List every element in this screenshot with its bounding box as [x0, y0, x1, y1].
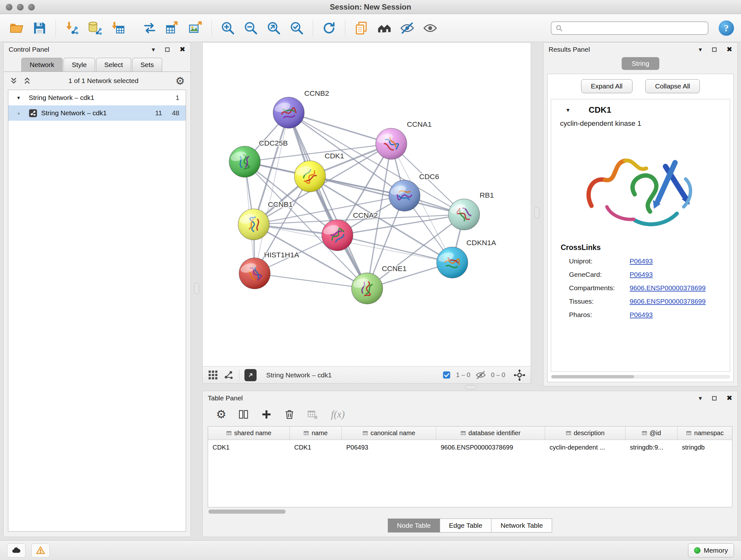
tab-network-table[interactable]: Network Table — [491, 518, 552, 533]
network-collection-row[interactable]: ▾ String Network – cdk1 1 — [8, 90, 186, 105]
delete-table-icon-disabled — [307, 409, 318, 420]
tab-sets[interactable]: Sets — [132, 58, 162, 71]
scrollbar-thumb[interactable] — [551, 375, 634, 378]
network-node-cdc6[interactable]: CDC6 — [389, 172, 439, 211]
panel-close-icon[interactable]: ✖ — [727, 46, 732, 53]
crosslink-label: Pharos: — [569, 311, 630, 319]
network-edge[interactable] — [310, 176, 464, 214]
panel-close-icon[interactable]: ✖ — [180, 46, 185, 53]
splitter-handle[interactable] — [534, 207, 539, 219]
copy-document-button[interactable] — [352, 18, 371, 38]
grid-view-icon[interactable] — [208, 370, 218, 380]
show-elements-button[interactable] — [421, 18, 440, 38]
panel-float-icon[interactable] — [712, 47, 717, 52]
network-edge[interactable] — [289, 113, 391, 144]
column-header--id[interactable]: @id — [625, 427, 677, 440]
crosslink-value-link[interactable]: 9606.ENSP00000378699 — [630, 284, 705, 292]
panel-menu-icon[interactable]: ▾ — [699, 395, 702, 401]
tab-network[interactable]: Network — [21, 58, 63, 71]
tab-select[interactable]: Select — [96, 58, 131, 71]
network-edge[interactable] — [255, 273, 367, 288]
minimize-window-button[interactable] — [17, 4, 23, 10]
table-row[interactable]: CDK1CDK1P064939606.ENSP00000378699cyclin… — [208, 440, 732, 455]
zoom-selected-button[interactable] — [287, 18, 307, 38]
panel-menu-icon[interactable]: ▾ — [699, 46, 702, 53]
crosslink-value-link[interactable]: 9606.ENSP00000378699 — [630, 298, 705, 305]
close-window-button[interactable] — [6, 4, 12, 10]
crosslink-value-link[interactable]: P06493 — [630, 311, 653, 319]
tab-node-table[interactable]: Node Table — [388, 518, 440, 533]
import-network-from-database-button[interactable] — [85, 18, 105, 38]
hide-elements-button[interactable] — [398, 18, 417, 38]
tab-string[interactable]: String — [622, 57, 660, 70]
delete-icon[interactable] — [284, 409, 295, 420]
home-view-button[interactable] — [375, 18, 394, 38]
memory-button[interactable]: Memory — [688, 543, 734, 557]
scrollbar-thumb[interactable] — [208, 509, 286, 514]
gear-icon[interactable]: ⚙ — [216, 409, 226, 420]
network-row[interactable]: ● String Network – cdk1 11 48 — [8, 105, 186, 121]
column-header-database-identifier[interactable]: database identifier — [436, 427, 545, 440]
panel-float-icon[interactable] — [165, 47, 170, 52]
network-node-ccne1[interactable]: CCNE1 — [352, 264, 407, 304]
open-in-browser-button[interactable] — [245, 369, 257, 381]
network-node-hist1h1a[interactable]: HIST1H1A — [239, 251, 299, 289]
collapse-all-icon[interactable] — [9, 76, 18, 85]
share-network-icon[interactable] — [223, 370, 234, 380]
gene-expander-icon[interactable]: ▾ — [566, 106, 569, 114]
network-node-rb1[interactable]: RB1 — [448, 191, 494, 230]
hidden-eye-slash-icon[interactable] — [475, 370, 486, 380]
table-horizontal-scrollbar[interactable] — [208, 509, 732, 514]
save-session-button[interactable] — [30, 18, 49, 38]
network-edge[interactable] — [337, 235, 452, 263]
splitter-handle[interactable] — [194, 283, 199, 294]
import-table-button[interactable] — [108, 18, 127, 38]
zoom-out-button[interactable] — [241, 18, 260, 38]
crosslink-value-link[interactable]: P06493 — [630, 271, 653, 278]
column-header-description[interactable]: description — [545, 427, 625, 440]
column-type-icon — [461, 430, 466, 436]
collapse-all-button[interactable]: Collapse All — [645, 79, 700, 93]
expand-all-button[interactable]: Expand All — [581, 79, 632, 93]
panel-float-icon[interactable] — [712, 395, 717, 401]
warnings-button[interactable] — [31, 543, 50, 557]
tree-expander-icon[interactable]: ▾ — [17, 95, 25, 101]
network-node-cdk1[interactable]: CDK1 — [294, 152, 344, 192]
search-box[interactable] — [551, 21, 709, 35]
network-node-cdkn1a[interactable]: CDKN1A — [436, 239, 496, 278]
results-horizontal-scrollbar[interactable] — [551, 375, 730, 379]
panel-menu-icon[interactable]: ▾ — [152, 46, 155, 53]
panel-close-icon[interactable]: ✖ — [727, 395, 732, 401]
network-node-count: 11 — [149, 109, 162, 117]
pan-crosshair-icon[interactable] — [514, 369, 526, 381]
column-header-namespac[interactable]: namespac — [677, 427, 732, 440]
search-input[interactable] — [566, 24, 704, 32]
maximize-window-button[interactable] — [28, 4, 35, 10]
export-image-button[interactable] — [186, 18, 205, 38]
help-button[interactable]: ? — [719, 20, 734, 36]
columns-icon[interactable] — [238, 409, 249, 420]
gear-icon[interactable]: ⚙ — [175, 76, 185, 86]
zoom-fit-button[interactable] — [264, 18, 283, 38]
import-network-from-file-button[interactable] — [62, 18, 81, 38]
network-canvas[interactable]: CCNB2CCNA1CDC25BCDK1CDC6RB1CCNB1CCNA2CDK… — [203, 43, 531, 366]
splitter-handle[interactable] — [465, 385, 477, 389]
network-node-ccna1[interactable]: CCNA1 — [376, 120, 432, 159]
crosslink-value-link[interactable]: P06493 — [630, 257, 653, 265]
column-header-shared-name[interactable]: shared name — [208, 427, 290, 440]
cloud-status-button[interactable] — [7, 543, 25, 557]
export-network-button[interactable] — [163, 18, 182, 38]
expand-all-icon[interactable] — [23, 76, 31, 85]
clone-network-button[interactable] — [140, 18, 159, 38]
selected-checkbox-icon[interactable] — [442, 371, 451, 379]
network-edge[interactable] — [289, 113, 367, 289]
zoom-in-button[interactable] — [218, 18, 238, 38]
open-session-button[interactable] — [7, 18, 26, 38]
column-header-canonical-name[interactable]: canonical name — [342, 427, 436, 440]
add-column-icon[interactable] — [261, 409, 272, 420]
apply-layout-button[interactable] — [320, 18, 339, 38]
hidden-node-edge-counts: 0 – 0 — [491, 371, 505, 379]
tab-style[interactable]: Style — [64, 58, 95, 71]
tab-edge-table[interactable]: Edge Table — [440, 518, 492, 533]
column-header-name[interactable]: name — [290, 427, 342, 440]
